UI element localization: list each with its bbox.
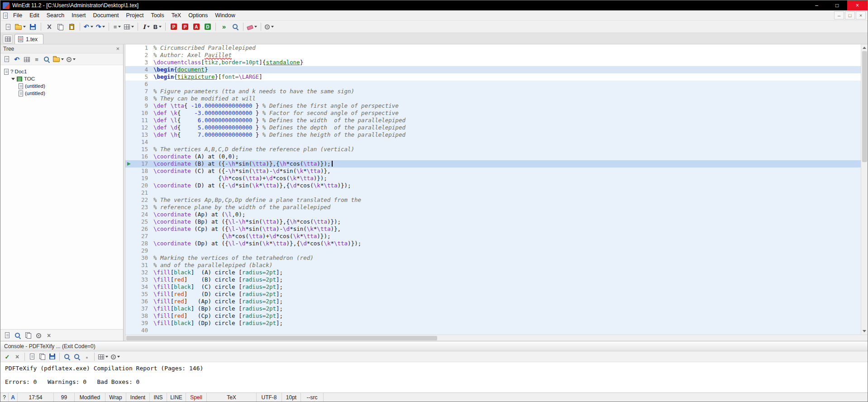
options-button[interactable] (264, 22, 275, 32)
status-charset[interactable]: UTF-8 (257, 393, 282, 402)
code-line-26[interactable]: 26\coordinate (Cp) at ({\l-\h*sin(\tta)-… (125, 225, 861, 233)
redo-button[interactable] (95, 22, 106, 32)
panel-gather-button[interactable] (24, 331, 33, 340)
code-line-12[interactable]: 12\def \d{ 5.00000000000000 } % Defines … (125, 124, 861, 131)
panel-close-button[interactable] (44, 331, 53, 340)
code-line-10[interactable]: 10\def \k{ -3.00000000000000 } % Factor … (125, 110, 861, 117)
panel-documents-button[interactable] (3, 331, 12, 340)
code-line-8[interactable]: 8% They can be modified at will (125, 95, 861, 102)
menu-window[interactable]: Window (211, 10, 238, 20)
mdi-minimize-button[interactable]: – (834, 11, 844, 19)
code-line-28[interactable]: 28\coordinate (Dp) at ({\l-\d*sin(\k*\tt… (125, 240, 861, 247)
tree-collapse-all-button[interactable] (32, 55, 41, 64)
insert-list-button[interactable] (112, 22, 122, 32)
menu-file[interactable]: File (10, 10, 26, 20)
code-line-36[interactable]: 36\fill[red] (Ap) circle [radius=2pt]; (125, 298, 861, 305)
editor-vertical-scrollbar[interactable] (861, 44, 868, 335)
tab-list-button[interactable] (3, 34, 13, 43)
panel-macros-button[interactable] (34, 331, 43, 340)
panel-search-button[interactable] (13, 331, 22, 340)
mdi-close-button[interactable]: × (856, 11, 866, 19)
erase-output-button[interactable] (246, 22, 258, 32)
tree-options-button[interactable] (66, 55, 76, 64)
code-line-7[interactable]: 7% Figure parameters (tta and k needs to… (125, 88, 861, 95)
code-line-18[interactable]: 18\coordinate (C) at ({-\h*sin(\tta)-\d*… (125, 168, 861, 175)
status-line-mode[interactable]: LINE (167, 393, 186, 402)
console-copy-button[interactable] (38, 352, 47, 361)
code-line-22[interactable]: 22% The vertices Ap,Bp,Cp,Dp define a pl… (125, 196, 861, 204)
bold-style-button[interactable] (152, 22, 162, 32)
code-line-38[interactable]: 38\fill[red] (Cp) circle [radius=2pt]; (125, 312, 861, 320)
console-zoom-in-button[interactable] (62, 352, 72, 361)
menu-options[interactable]: Options (185, 10, 211, 20)
tree-view-button[interactable] (52, 55, 65, 64)
status-line-count[interactable]: 99 (54, 393, 75, 402)
dvi-viewer-button[interactable] (202, 22, 213, 32)
menu-document[interactable]: Document (90, 10, 123, 20)
code-line-31[interactable]: 31% and of the parallelepiped (black) (125, 262, 861, 269)
find-in-files-button[interactable] (230, 22, 240, 32)
status-src[interactable]: --src (301, 393, 324, 402)
tree-new-button[interactable] (2, 55, 11, 64)
menu-search[interactable]: Search (43, 10, 68, 20)
pdftexify-button[interactable] (168, 22, 179, 32)
status-caret-position[interactable]: 17:54 (18, 393, 54, 402)
code-line-20[interactable]: 20\coordinate (D) at ({-\d*sin(\k*\tta)}… (125, 182, 861, 189)
code-line-32[interactable]: 32\fill[black] (A) circle [radius=2pt]; (125, 269, 861, 276)
console-options-button[interactable] (110, 352, 121, 361)
status-wrap[interactable]: Wrap (105, 393, 126, 402)
menu-project[interactable]: Project (123, 10, 148, 20)
italic-style-button[interactable] (141, 22, 151, 32)
code-line-5[interactable]: 5\begin{tikzpicture}[font=\LARGE] (125, 73, 861, 81)
expander-icon[interactable] (11, 78, 15, 80)
code-line-15[interactable]: 15% The vertices A,B,C,D define the refe… (125, 146, 861, 153)
tree-item-untitled[interactable]: (untitled) (1, 90, 122, 97)
tree-refresh-button[interactable] (12, 55, 21, 64)
tree-expand-all-button[interactable] (22, 55, 31, 64)
tab-1.tex[interactable]: 1.tex (14, 34, 43, 44)
code-line-1[interactable]: 1% Circumscribed Parallelepiped (125, 44, 861, 52)
console-close-button[interactable] (13, 352, 22, 361)
code-line-19[interactable]: 19 {\h*cos(\tta)+\d*cos(\k*\tta)}); (125, 175, 861, 182)
editor-horizontal-scrollbar[interactable] (125, 335, 868, 341)
menu-tools[interactable]: Tools (147, 10, 167, 20)
code-line-11[interactable]: 11\def \l{ 6.00000000000000 } % Defines … (125, 117, 861, 124)
code-line-40[interactable]: 40 (125, 327, 861, 334)
console-header[interactable]: Console - PDFTeXify ... (Exit Code=0) (0, 341, 868, 351)
horizontal-scroll-thumb[interactable] (126, 336, 437, 340)
status-indent[interactable]: Indent (126, 393, 150, 402)
console-zoom-out-button[interactable] (72, 352, 81, 361)
save-button[interactable] (28, 22, 38, 32)
console-open-log-button[interactable] (28, 352, 37, 361)
status-font-size[interactable]: 10pt (282, 393, 301, 402)
console-save-button[interactable] (48, 352, 57, 361)
code-line-25[interactable]: 25\coordinate (Bp) at ({\l-\h*sin(\tta)}… (125, 218, 861, 225)
code-line-27[interactable]: 27 {\h*cos(\tta)+\d*cos(\k*\tta)}); (125, 233, 861, 240)
menu-tex[interactable]: TeX (168, 10, 185, 20)
console-accept-button[interactable] (3, 352, 12, 361)
minimize-button[interactable]: – (806, 0, 827, 10)
code-line-2[interactable]: 2% Author: Axel Pavillet (125, 52, 861, 59)
code-line-34[interactable]: 34\fill[black] (C) circle [radius=2pt]; (125, 283, 861, 291)
new-document-button[interactable] (3, 22, 13, 32)
status-encoding-indicator[interactable]: A (9, 393, 18, 402)
status-filler[interactable] (324, 393, 868, 402)
console-output[interactable]: PDFTeXify (pdflatex.exe) Compilation Rep… (0, 362, 868, 392)
menu-edit[interactable]: Edit (26, 10, 43, 20)
code-line-3[interactable]: 3\documentclass[tikz,border=10pt]{standa… (125, 59, 861, 66)
copy-button[interactable] (55, 22, 66, 32)
cut-button[interactable] (44, 22, 54, 32)
console-grid-button[interactable] (97, 352, 109, 361)
status-modified[interactable]: Modified (75, 393, 105, 402)
scroll-down-icon[interactable] (863, 330, 866, 332)
code-line-13[interactable]: 13\def \h{ 7.00000000000000 } % Defines … (125, 131, 861, 139)
tree-close-button[interactable]: × (115, 46, 120, 52)
code-area[interactable]: 1% Circumscribed Parallelepiped2% Author… (125, 44, 861, 335)
code-line-4[interactable]: 4\begin{document} (125, 66, 861, 73)
code-line-29[interactable]: 29 (125, 247, 861, 254)
code-line-35[interactable]: 35\fill[red] (D) circle [radius=2pt]; (125, 291, 861, 298)
console-record-button[interactable] (82, 352, 91, 361)
pdflatex-button[interactable] (180, 22, 190, 32)
code-line-24[interactable]: 24\coordinate (Ap) at (\l,0); (125, 211, 861, 218)
code-line-30[interactable]: 30% Marking the vertices of the tetrahed… (125, 254, 861, 262)
